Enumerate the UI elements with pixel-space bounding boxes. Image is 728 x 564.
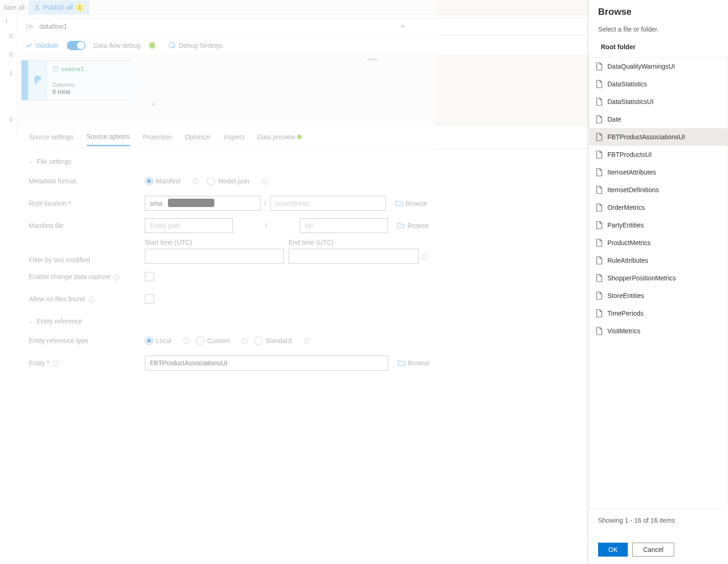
upload-icon bbox=[34, 4, 40, 11]
info-icon[interactable]: i bbox=[183, 338, 189, 344]
panel-title: Browse bbox=[598, 6, 719, 17]
file-item[interactable]: DataStatistics bbox=[589, 75, 728, 93]
info-icon[interactable]: i bbox=[422, 254, 428, 260]
debug-toggle[interactable] bbox=[67, 41, 85, 50]
file-item[interactable]: Date bbox=[589, 110, 728, 128]
svg-point-0 bbox=[31, 26, 33, 27]
add-node-button[interactable]: + bbox=[151, 100, 155, 109]
rail-count-0c: 0 bbox=[0, 110, 16, 129]
tab-inspect[interactable]: Inspect bbox=[223, 133, 244, 145]
tab-optimize[interactable]: Optimize bbox=[185, 133, 210, 145]
tab-source-settings[interactable]: Source settings bbox=[29, 133, 74, 145]
source-node[interactable]: source1 Columns: 0 total bbox=[21, 60, 130, 100]
start-time-label: Start time (UTC) bbox=[145, 239, 284, 246]
info-icon[interactable]: i bbox=[304, 338, 310, 344]
file-item[interactable]: ShopperPositionMetrics bbox=[589, 269, 728, 287]
root-folder-label: Root folder bbox=[598, 43, 719, 51]
local-radio[interactable] bbox=[145, 337, 153, 345]
file-item[interactable]: PartyEntities bbox=[589, 216, 728, 234]
rail-count-0a: 0 bbox=[0, 27, 16, 45]
file-item[interactable]: FBTProductAssociationsUI bbox=[589, 128, 728, 146]
file-settings-label: File settings bbox=[37, 158, 71, 165]
custom-radio[interactable] bbox=[196, 337, 204, 345]
file-icon bbox=[596, 274, 603, 282]
file-item[interactable]: RuleAttributes bbox=[589, 252, 728, 269]
validate-button[interactable]: Validate bbox=[26, 42, 58, 49]
standard-radio-label: Standard bbox=[265, 337, 292, 344]
resize-handle[interactable] bbox=[367, 58, 378, 60]
end-time-label: End time (UTC) bbox=[289, 239, 419, 246]
publish-label: Publish all bbox=[43, 4, 73, 11]
info-icon[interactable]: i bbox=[89, 297, 95, 303]
tab-source-options[interactable]: Source options bbox=[87, 133, 130, 146]
manifest-radio[interactable] bbox=[145, 177, 153, 185]
root-folder-input[interactable] bbox=[270, 196, 386, 211]
tab-data-preview[interactable]: Data preview bbox=[258, 133, 302, 145]
end-time-input[interactable] bbox=[289, 249, 419, 264]
browse-entity-button[interactable]: Browse bbox=[398, 359, 430, 367]
node-columns-label: Columns: bbox=[52, 82, 124, 88]
file-item[interactable]: ItemsetDefinitions bbox=[589, 181, 728, 199]
validate-all-label[interactable]: date all bbox=[0, 4, 28, 11]
tab-projection[interactable]: Projection bbox=[143, 133, 172, 145]
info-icon[interactable]: i bbox=[193, 178, 199, 184]
debug-settings-label: Debug Settings bbox=[179, 42, 223, 49]
entity-input[interactable] bbox=[145, 356, 388, 370]
file-icon bbox=[596, 97, 603, 106]
entity-ref-label: Entity reference bbox=[37, 318, 82, 325]
file-item[interactable]: ItemsetAttributes bbox=[589, 163, 728, 181]
preview-status-icon bbox=[297, 135, 302, 139]
modeljson-radio-label: Model.json bbox=[218, 177, 250, 185]
rail-spacer bbox=[0, 83, 16, 110]
root-location-label: Root location * bbox=[29, 200, 145, 207]
manifest-file-label: Manifest file bbox=[29, 222, 145, 229]
file-icon bbox=[596, 133, 603, 141]
info-icon[interactable]: i bbox=[114, 274, 120, 280]
entity-label: Entity * i bbox=[29, 359, 145, 367]
svg-point-4 bbox=[53, 66, 58, 68]
info-icon[interactable]: i bbox=[262, 178, 268, 184]
folder-icon bbox=[395, 200, 403, 207]
file-item[interactable]: DataQualityWarningsUI bbox=[589, 58, 728, 75]
rail-collapse[interactable]: ❬ bbox=[0, 15, 16, 27]
file-item[interactable]: DataStatisticsUI bbox=[589, 93, 728, 110]
local-radio-label: Local bbox=[156, 337, 171, 344]
browse-root-button[interactable]: Browse bbox=[395, 200, 427, 207]
start-time-input[interactable] bbox=[145, 249, 284, 264]
standard-radio[interactable] bbox=[254, 337, 263, 345]
validate-label: Validate bbox=[35, 42, 58, 49]
ok-button[interactable]: OK bbox=[598, 543, 628, 557]
entity-path-input[interactable] bbox=[145, 218, 233, 233]
panel-subtitle: Select a file or folder. bbox=[598, 26, 719, 33]
file-icon bbox=[596, 221, 603, 229]
dirty-indicator bbox=[401, 25, 405, 28]
filter-label: Filter by last modified bbox=[29, 256, 145, 264]
rail-count-0b: 0 bbox=[0, 45, 16, 64]
datasource-icon bbox=[33, 75, 42, 86]
file-list[interactable]: DataQualityWarningsUIDataStatisticsDataS… bbox=[589, 57, 728, 509]
file-icon bbox=[596, 115, 603, 123]
file-item[interactable]: StoreEntities bbox=[589, 287, 728, 305]
browse-manifest-button[interactable]: Browse bbox=[397, 222, 429, 229]
file-item[interactable]: VisitMetrics bbox=[589, 322, 728, 340]
allow-no-files-checkbox[interactable] bbox=[145, 294, 154, 304]
debug-settings-button[interactable]: Debug Settings bbox=[168, 42, 223, 49]
enable-cdc-label: Enable change data capture i bbox=[29, 273, 145, 281]
file-item[interactable]: ProductMetrics bbox=[589, 234, 728, 252]
publish-all-button[interactable]: Publish all 1 bbox=[28, 0, 90, 14]
cancel-button[interactable]: Cancel bbox=[632, 543, 674, 557]
settings-icon bbox=[168, 42, 176, 49]
file-item[interactable]: TimePeriods bbox=[589, 305, 728, 322]
modeljson-radio[interactable] bbox=[207, 177, 215, 185]
manifest-radio-label: Manifest bbox=[156, 177, 180, 185]
folder-icon bbox=[397, 222, 405, 229]
file-item[interactable]: FBTProductsUI bbox=[589, 146, 728, 163]
file-item[interactable]: OrderMetrics bbox=[589, 199, 728, 216]
dataflow-icon bbox=[25, 22, 34, 31]
enable-cdc-checkbox[interactable] bbox=[145, 272, 154, 281]
manifest-name-input[interactable] bbox=[300, 218, 388, 233]
info-icon[interactable]: i bbox=[242, 338, 248, 344]
db-icon bbox=[52, 66, 59, 72]
rail-count-1: 1 bbox=[0, 64, 16, 83]
info-icon[interactable]: i bbox=[53, 361, 59, 367]
